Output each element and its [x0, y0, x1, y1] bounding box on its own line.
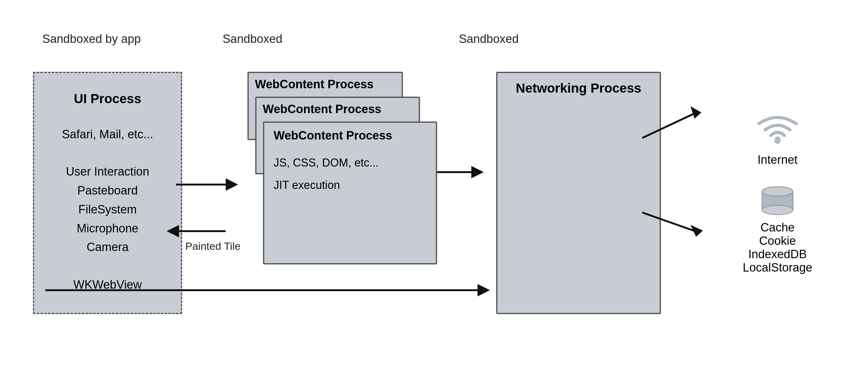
cache-label: CacheCookieIndexedDBLocalStorage: [743, 221, 812, 274]
webcontent-item-1: JS, CSS, DOM, etc...: [274, 152, 427, 174]
ui-process-title: UI Process: [74, 91, 141, 106]
labels-row: Sandboxed by app Sandboxed Sandboxed: [33, 32, 835, 46]
webcontent-stack: WebContent Process WebContent Process We…: [247, 72, 428, 314]
ui-process-item-3: WKWebView: [73, 275, 142, 294]
label-sandboxed-2: Sandboxed: [456, 32, 636, 46]
diagram-container: Painted Tile Sandboxed by app Sandboxed …: [14, 20, 854, 346]
cache-group: CacheCookieIndexedDBLocalStorage: [743, 185, 812, 274]
webcontent-box-3: WebContent Process JS, CSS, DOM, etc... …: [263, 122, 437, 264]
ui-process-box: UI Process Safari, Mail, etc... User Int…: [33, 72, 182, 314]
svg-point-19: [762, 187, 793, 196]
icons-area: Internet CacheCookieIndexedDBLocalStorag…: [723, 72, 832, 314]
wifi-icon: [756, 111, 799, 148]
webcontent-title-2: WebContent Process: [256, 98, 419, 119]
svg-point-13: [774, 138, 781, 144]
webcontent-title-3: WebContent Process: [274, 129, 427, 142]
webcontent-item-2: JIT execution: [274, 174, 427, 196]
internet-label: Internet: [757, 153, 798, 167]
ui-process-item-1: Safari, Mail, etc...: [62, 125, 153, 144]
database-icon: [759, 185, 796, 216]
internet-group: Internet: [756, 111, 799, 167]
label-sandboxed-1: Sandboxed: [213, 32, 431, 46]
svg-point-18: [762, 205, 793, 215]
ui-process-item-2: User InteractionPasteboardFileSystemMicr…: [66, 162, 149, 257]
networking-process-box: Networking Process: [496, 72, 661, 314]
networking-title: Networking Process: [516, 81, 641, 96]
label-sandboxed-by-app: Sandboxed by app: [33, 32, 188, 46]
webcontent-title-1: WebContent Process: [249, 73, 402, 94]
boxes-row: UI Process Safari, Mail, etc... User Int…: [33, 52, 835, 334]
